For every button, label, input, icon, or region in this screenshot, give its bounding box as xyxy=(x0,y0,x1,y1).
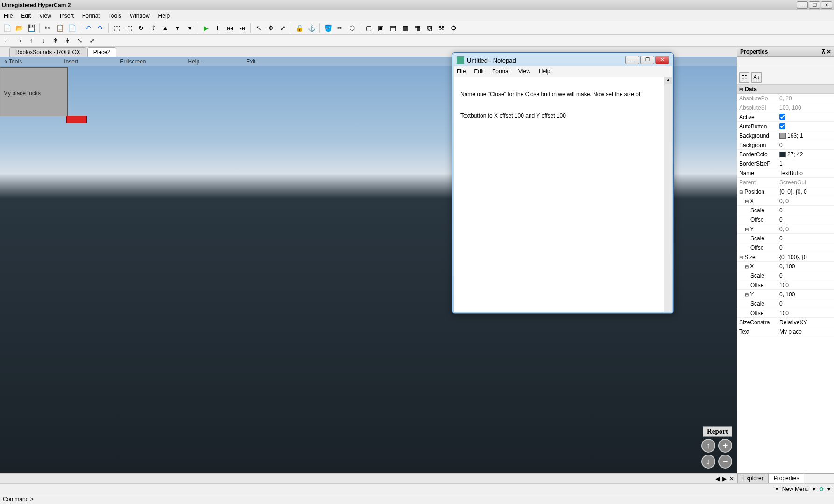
dropdown3-icon[interactable]: ▾ xyxy=(827,486,830,492)
notepad-menu-help[interactable]: Help xyxy=(539,68,551,75)
arrow-up-icon[interactable]: ↑ xyxy=(26,35,36,46)
properties-grid[interactable]: ⊟Data AbsolutePo0, 20 AbsoluteSi100, 100… xyxy=(737,85,834,473)
menu-file[interactable]: File xyxy=(4,13,13,19)
menu-edit[interactable]: Edit xyxy=(21,13,31,19)
play-icon[interactable]: ▶ xyxy=(201,23,211,33)
arrow-upleft-icon[interactable]: ↟ xyxy=(50,35,61,46)
redo-icon[interactable]: ↷ xyxy=(95,23,106,33)
surface-icon[interactable]: ⬡ xyxy=(347,23,357,33)
notepad-maximize-button[interactable]: ❐ xyxy=(640,56,654,64)
paste-icon[interactable]: 📄 xyxy=(67,23,77,33)
menu-insert[interactable]: Insert xyxy=(60,13,74,19)
menu-format[interactable]: Format xyxy=(82,13,100,19)
step-fwd-icon[interactable]: ⏭ xyxy=(237,23,247,33)
dropdown-icon[interactable]: ▾ xyxy=(776,486,778,492)
gear-icon[interactable]: ✿ xyxy=(819,486,824,492)
arrow-right-icon[interactable]: → xyxy=(14,35,24,46)
tool2-icon[interactable]: ⚙ xyxy=(448,23,459,33)
box1-icon[interactable]: ▢ xyxy=(363,23,374,33)
panel-close-icon[interactable]: ✕ xyxy=(827,49,831,55)
tab-place2[interactable]: Place2 xyxy=(87,47,117,57)
tilt-icon[interactable]: ⤴ xyxy=(148,23,158,33)
box4-icon[interactable]: ▥ xyxy=(400,23,410,33)
camera-up-icon[interactable]: ↑ xyxy=(701,439,715,453)
camera-down-icon[interactable]: ↓ xyxy=(701,455,715,469)
arrow-down-icon[interactable]: ↓ xyxy=(38,35,49,46)
vp-insert[interactable]: Insert xyxy=(64,58,78,65)
rotate-icon[interactable]: ↻ xyxy=(136,23,146,33)
notepad-menu-view[interactable]: View xyxy=(518,68,530,75)
resize-icon[interactable]: ⤢ xyxy=(278,23,288,33)
notepad-scrollbar[interactable]: ▲ xyxy=(664,77,672,312)
menu-window[interactable]: Window xyxy=(130,13,150,19)
maximize-button[interactable]: ❐ xyxy=(809,1,820,9)
menu-help[interactable]: Help xyxy=(158,13,170,19)
menu-tools[interactable]: Tools xyxy=(108,13,121,19)
prop-size[interactable]: ⊟ Size xyxy=(737,254,777,260)
collapse-icon[interactable]: ⤢ xyxy=(87,35,97,46)
step-back-icon[interactable]: ⏮ xyxy=(225,23,235,33)
group-icon[interactable]: ⬚ xyxy=(112,23,122,33)
material-icon[interactable]: ✏ xyxy=(335,23,345,33)
notepad-titlebar[interactable]: Untitled - Notepad ⎯ ❐ ✕ xyxy=(454,54,672,66)
tab-robloxsounds[interactable]: RobloxSounds - ROBLOX xyxy=(9,47,86,57)
tab-properties[interactable]: Properties xyxy=(769,474,805,483)
new-icon[interactable]: 📄 xyxy=(2,23,12,33)
zoom-in-icon[interactable]: + xyxy=(718,439,732,453)
up-arrow-icon[interactable]: ▲ xyxy=(160,23,170,33)
notepad-minimize-button[interactable]: ⎯ xyxy=(625,56,639,64)
prop-size-y[interactable]: ⊟ Y xyxy=(737,291,777,298)
gui-textbutton[interactable]: My place rocks xyxy=(0,67,68,116)
expand-icon[interactable]: ⤡ xyxy=(75,35,85,46)
pause-icon[interactable]: ⏸ xyxy=(213,23,223,33)
close-button[interactable]: ✕ xyxy=(821,1,832,9)
minimize-button[interactable]: ⎯ xyxy=(797,1,808,9)
pin-icon[interactable]: ⊼ xyxy=(821,49,826,55)
box3-icon[interactable]: ▤ xyxy=(388,23,398,33)
tool1-icon[interactable]: ⚒ xyxy=(436,23,446,33)
menu-view[interactable]: View xyxy=(39,13,51,19)
cut-icon[interactable]: ✂ xyxy=(42,23,53,33)
category-data[interactable]: ⊟Data xyxy=(737,85,834,94)
select-icon[interactable]: ↖ xyxy=(254,23,264,33)
tab-explorer[interactable]: Explorer xyxy=(737,474,769,483)
lock-icon[interactable]: 🔒 xyxy=(294,23,304,33)
nav-prev[interactable]: ◀ xyxy=(715,476,720,482)
notepad-textarea[interactable]: Name one "Close" for the Close button we… xyxy=(454,77,672,312)
down-arrow-icon[interactable]: ▼ xyxy=(172,23,183,33)
prop-position-y[interactable]: ⊟ Y xyxy=(737,226,777,232)
vp-help[interactable]: Help... xyxy=(188,58,205,65)
new-menu-button[interactable]: New Menu xyxy=(782,486,809,492)
notepad-menu-format[interactable]: Format xyxy=(492,68,510,75)
notepad-menu-file[interactable]: File xyxy=(457,68,466,75)
open-icon[interactable]: 📂 xyxy=(14,23,24,33)
notepad-close-button[interactable]: ✕ xyxy=(655,56,669,64)
arrow-left-icon[interactable]: ← xyxy=(2,35,12,46)
ungroup-icon[interactable]: ⬚ xyxy=(124,23,134,33)
box5-icon[interactable]: ▦ xyxy=(412,23,422,33)
box2-icon[interactable]: ▣ xyxy=(375,23,386,33)
dropdown2-icon[interactable]: ▾ xyxy=(813,486,815,492)
prop-position[interactable]: ⊟ Position xyxy=(737,189,777,195)
undo-icon[interactable]: ↶ xyxy=(83,23,93,33)
categorized-icon[interactable]: ☷ xyxy=(739,72,749,83)
notepad-menu-edit[interactable]: Edit xyxy=(474,68,484,75)
box6-icon[interactable]: ▧ xyxy=(424,23,434,33)
command-bar[interactable]: Command > xyxy=(0,494,834,504)
vp-exit[interactable]: Exit xyxy=(246,58,255,65)
nav-close[interactable]: ✕ xyxy=(729,476,734,482)
anchor-icon[interactable]: ⚓ xyxy=(306,23,317,33)
save-icon[interactable]: 💾 xyxy=(26,23,36,33)
scroll-up-icon[interactable]: ▲ xyxy=(664,77,672,84)
copy-icon[interactable]: 📋 xyxy=(55,23,65,33)
prop-size-x[interactable]: ⊟ X xyxy=(737,263,777,270)
notepad-window[interactable]: Untitled - Notepad ⎯ ❐ ✕ File Edit Forma… xyxy=(452,52,674,314)
vp-tools[interactable]: x Tools xyxy=(5,58,22,65)
dropdown-icon[interactable]: ▾ xyxy=(184,23,195,33)
paint-icon[interactable]: 🪣 xyxy=(323,23,333,33)
nav-next[interactable]: ▶ xyxy=(722,476,727,482)
gui-close-button[interactable] xyxy=(66,116,87,123)
report-button[interactable]: Report xyxy=(703,426,732,437)
alphabetical-icon[interactable]: A↓ xyxy=(751,72,762,83)
vp-fullscreen[interactable]: Fullscreen xyxy=(120,58,146,65)
